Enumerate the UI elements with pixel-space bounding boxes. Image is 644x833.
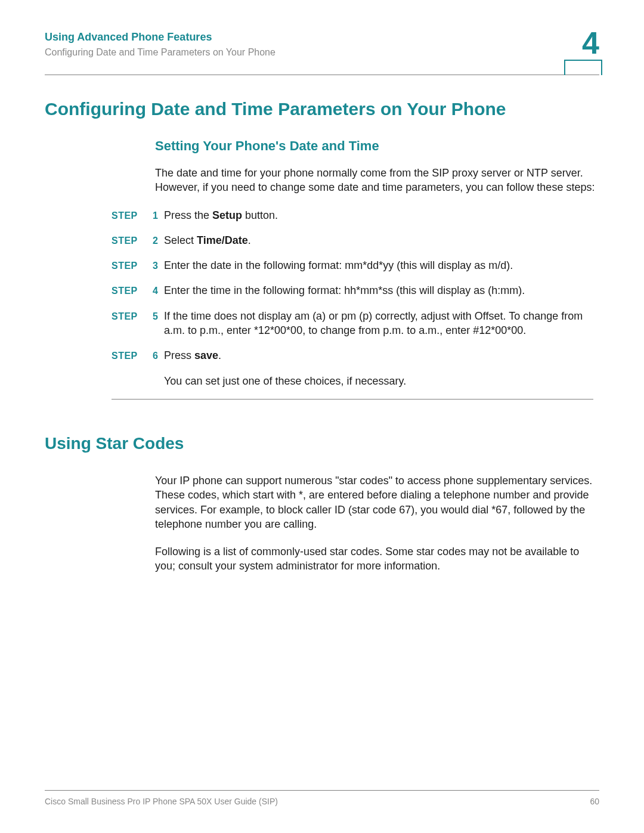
step-number: 2	[146, 236, 164, 246]
step-text: If the time does not display am (a) or p…	[164, 309, 593, 338]
page-header: Using Advanced Phone Features Configurin…	[45, 31, 599, 75]
header-rule	[45, 75, 599, 75]
page-title: Configuring Date and Time Parameters on …	[45, 99, 599, 119]
step-row: STEP2Select Time/Date.	[112, 233, 593, 247]
footer-rule	[45, 790, 599, 791]
steps-end-rule	[112, 399, 593, 400]
page-footer: Cisco Small Business Pro IP Phone SPA 50…	[45, 790, 599, 806]
step-label: STEP	[112, 351, 146, 361]
step-text: Enter the time in the following format: …	[164, 283, 593, 298]
section-intro: The date and time for your phone normall…	[155, 166, 599, 195]
step-text: Enter the date in the following format: …	[164, 258, 593, 272]
step-row: STEP5If the time does not display am (a)…	[112, 309, 593, 338]
step-label: STEP	[112, 210, 146, 221]
chapter-title: Using Advanced Phone Features	[45, 31, 599, 44]
step-bold-term: save	[194, 349, 218, 361]
page: Using Advanced Phone Features Configurin…	[0, 0, 644, 833]
step-text: Select Time/Date.	[164, 233, 593, 247]
chapter-subtitle: Configuring Date and Time Parameters on …	[45, 47, 599, 58]
footer-page-number: 60	[590, 797, 599, 806]
step-number: 6	[146, 351, 164, 361]
step-label: STEP	[112, 311, 146, 322]
step-number: 4	[146, 286, 164, 296]
chapter-number-box-icon	[564, 60, 602, 61]
step-label: STEP	[112, 286, 146, 296]
step-label: STEP	[112, 261, 146, 271]
section-heading: Using Star Codes	[45, 434, 599, 453]
step-number: 1	[146, 210, 164, 221]
body-paragraph: Your IP phone can support numerous "star…	[155, 473, 599, 531]
section-star-codes: Your IP phone can support numerous "star…	[155, 473, 599, 574]
body-paragraph: Following is a list of commonly-used sta…	[155, 544, 599, 574]
step-list: STEP1Press the Setup button.STEP2Select …	[112, 208, 593, 400]
section-date-time: Setting Your Phone's Date and Time The d…	[155, 138, 599, 195]
footer-doc-title: Cisco Small Business Pro IP Phone SPA 50…	[45, 797, 278, 806]
step-text: Press the Setup button.	[164, 208, 593, 222]
step-row: STEP4Enter the time in the following for…	[112, 283, 593, 298]
step-number: 3	[146, 261, 164, 271]
step-note: You can set just one of these choices, i…	[164, 374, 593, 388]
step-label: STEP	[112, 236, 146, 246]
chapter-number: 4	[582, 25, 599, 61]
step-bold-term: Time/Date	[197, 234, 248, 246]
step-text: Press save.	[164, 348, 593, 363]
section-heading: Setting Your Phone's Date and Time	[155, 138, 599, 154]
step-row: STEP6Press save.	[112, 348, 593, 363]
step-row: STEP3Enter the date in the following for…	[112, 258, 593, 272]
step-bold-term: Setup	[212, 209, 242, 221]
step-row: STEP1Press the Setup button.	[112, 208, 593, 222]
step-number: 5	[146, 311, 164, 322]
